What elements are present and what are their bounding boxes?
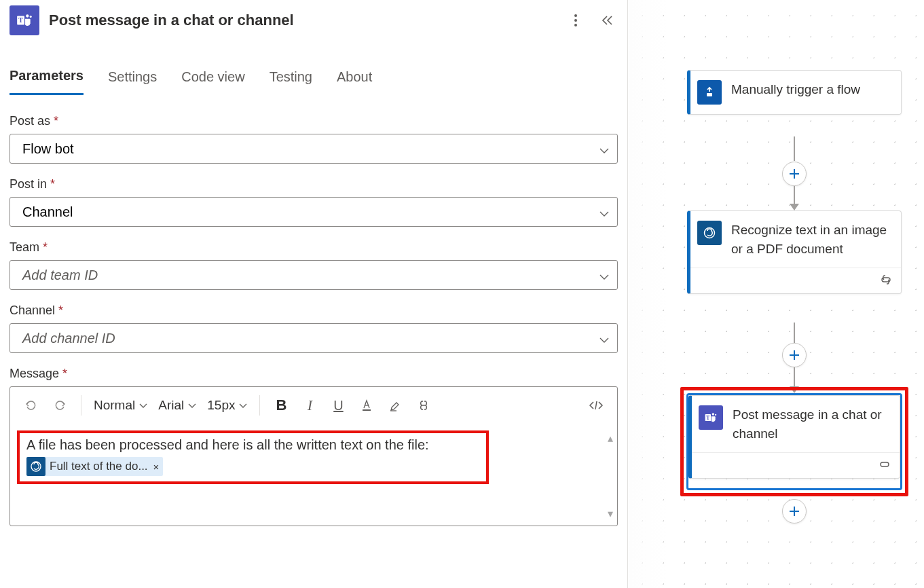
chevron-down-icon bbox=[599, 141, 609, 157]
italic-button[interactable]: I bbox=[297, 392, 322, 418]
svg-line-10 bbox=[595, 401, 597, 409]
message-text: A file has been processed and here is al… bbox=[26, 437, 479, 453]
svg-point-6 bbox=[574, 24, 577, 26]
add-action-button[interactable] bbox=[782, 499, 807, 523]
config-panel: T Post message in a chat or channel Para… bbox=[0, 0, 628, 588]
team-select[interactable]: Add team ID bbox=[10, 260, 618, 290]
svg-point-20 bbox=[712, 413, 714, 415]
channel-placeholder: Add channel ID bbox=[22, 331, 115, 346]
teams-icon: T bbox=[10, 5, 39, 35]
add-action-button[interactable] bbox=[782, 343, 807, 367]
editor-toolbar: Normal Arial 15px B I U bbox=[10, 387, 617, 424]
dynamic-content-token[interactable]: Full text of the do... × bbox=[26, 457, 163, 476]
channel-label: Channel * bbox=[10, 304, 618, 318]
tab-testing[interactable]: Testing bbox=[270, 64, 312, 95]
arrow-icon bbox=[790, 204, 799, 210]
connector-line bbox=[794, 323, 795, 343]
undo-button[interactable] bbox=[18, 392, 44, 418]
team-label: Team * bbox=[10, 240, 618, 255]
connector-line bbox=[794, 367, 795, 386]
post-in-label: Post in * bbox=[10, 177, 618, 191]
field-post-in: Post in * Channel bbox=[10, 177, 618, 227]
channel-select[interactable]: Add channel ID bbox=[10, 323, 618, 353]
post-in-value: Channel bbox=[22, 204, 73, 220]
link-icon[interactable] bbox=[879, 275, 893, 287]
field-message: Message * Normal Arial bbox=[10, 367, 618, 526]
post-as-select[interactable]: Flow bot bbox=[10, 134, 618, 164]
bold-button[interactable]: B bbox=[268, 392, 294, 418]
tab-settings[interactable]: Settings bbox=[108, 64, 157, 95]
svg-point-2 bbox=[26, 14, 29, 17]
trigger-icon bbox=[697, 80, 722, 105]
svg-point-5 bbox=[574, 19, 577, 22]
underline-button[interactable]: U bbox=[325, 392, 351, 418]
tab-bar: Parameters Settings Code view Testing Ab… bbox=[10, 42, 618, 95]
font-color-button[interactable] bbox=[354, 392, 380, 418]
post-as-value: Flow bot bbox=[22, 141, 74, 157]
separator bbox=[259, 395, 260, 416]
tab-code-view[interactable]: Code view bbox=[181, 64, 244, 95]
field-post-as: Post as * Flow bot bbox=[10, 114, 618, 164]
editor-highlight-box: A file has been processed and here is al… bbox=[17, 430, 489, 484]
font-size-dropdown[interactable]: 15px bbox=[203, 392, 251, 418]
flow-card-post-message[interactable]: T Post message in a chat or channel bbox=[688, 395, 900, 479]
rich-text-editor: Normal Arial 15px B I U bbox=[10, 386, 618, 526]
connector-line bbox=[794, 136, 795, 161]
card-footer bbox=[690, 268, 901, 293]
svg-text:T: T bbox=[18, 16, 23, 24]
more-button[interactable] bbox=[565, 10, 587, 31]
scroll-up-icon[interactable]: ▴ bbox=[608, 432, 613, 445]
svg-text:T: T bbox=[706, 415, 709, 421]
field-channel: Channel * Add channel ID bbox=[10, 304, 618, 353]
ai-builder-icon bbox=[26, 457, 45, 476]
svg-point-3 bbox=[30, 16, 32, 18]
post-in-select[interactable]: Channel bbox=[10, 197, 618, 227]
field-team: Team * Add team ID bbox=[10, 240, 618, 290]
code-view-button[interactable] bbox=[583, 392, 609, 418]
connector-line bbox=[794, 186, 795, 204]
teams-icon: T bbox=[699, 405, 723, 430]
panel-title: Post message in a chat or channel bbox=[49, 12, 555, 29]
chevron-down-icon bbox=[599, 268, 609, 283]
token-remove-button[interactable]: × bbox=[152, 461, 160, 473]
font-family-dropdown[interactable]: Arial bbox=[154, 392, 200, 418]
card-footer bbox=[692, 452, 900, 478]
separator bbox=[81, 395, 81, 416]
svg-point-11 bbox=[31, 462, 41, 471]
collapse-button[interactable] bbox=[596, 10, 618, 31]
token-label: Full text of the do... bbox=[50, 460, 148, 473]
editor-content[interactable]: A file has been processed and here is al… bbox=[10, 424, 617, 526]
panel-header: T Post message in a chat or channel bbox=[10, 0, 618, 42]
scroll-down-icon[interactable]: ▾ bbox=[608, 507, 613, 520]
team-placeholder: Add team ID bbox=[22, 268, 98, 283]
tab-about[interactable]: About bbox=[337, 64, 372, 95]
svg-point-4 bbox=[574, 14, 577, 17]
flow-card-trigger[interactable]: Manually trigger a flow bbox=[687, 70, 902, 115]
card-title: Manually trigger a flow bbox=[731, 80, 860, 99]
message-label: Message * bbox=[10, 367, 618, 381]
paragraph-style-dropdown[interactable]: Normal bbox=[90, 392, 151, 418]
svg-point-21 bbox=[715, 414, 716, 416]
ai-builder-icon bbox=[697, 221, 722, 245]
link-button[interactable] bbox=[411, 392, 437, 418]
card-title: Recognize text in an image or a PDF docu… bbox=[731, 221, 891, 258]
svg-rect-12 bbox=[707, 93, 712, 96]
card-title: Post message in a chat or channel bbox=[733, 405, 890, 443]
chevron-down-icon bbox=[599, 204, 609, 220]
post-as-label: Post as * bbox=[10, 114, 618, 128]
add-action-button[interactable] bbox=[782, 162, 807, 186]
redo-button[interactable] bbox=[47, 392, 73, 418]
arrow-icon bbox=[790, 386, 799, 393]
flow-canvas[interactable]: Manually trigger a flow Recognize text i… bbox=[628, 0, 924, 588]
link-icon[interactable] bbox=[878, 460, 891, 471]
flow-card-recognize-text[interactable]: Recognize text in an image or a PDF docu… bbox=[687, 210, 902, 294]
highlight-button[interactable] bbox=[382, 392, 408, 418]
chevron-down-icon bbox=[599, 331, 609, 346]
tab-parameters[interactable]: Parameters bbox=[10, 64, 84, 95]
